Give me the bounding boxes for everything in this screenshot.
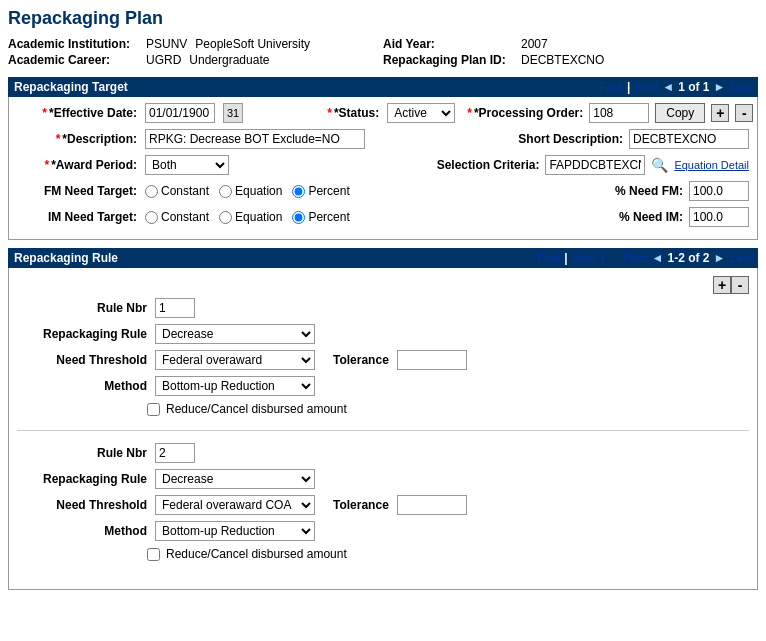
academic-career-name: Undergraduate xyxy=(189,53,269,67)
fm-percent-label: Percent xyxy=(308,184,349,198)
rule-first-link[interactable]: First xyxy=(624,252,648,264)
repackaging-target-header: Repackaging Target Find | First ◄ 1 of 1… xyxy=(8,77,758,97)
im-constant-radio[interactable] xyxy=(145,211,158,224)
target-nav-next-icon[interactable]: ► xyxy=(713,80,725,94)
rule1-nbr-input[interactable] xyxy=(155,298,195,318)
repackaging-target-body: *Effective Date: 31 *Status: Active Inac… xyxy=(8,97,758,240)
copy-button[interactable]: Copy xyxy=(655,103,705,123)
fm-equation-item: Equation xyxy=(219,184,282,198)
status-label: *Status: xyxy=(259,106,379,120)
rule2-nbr-label: Rule Nbr xyxy=(17,446,147,460)
fm-constant-item: Constant xyxy=(145,184,209,198)
rule1-checkbox-row: Reduce/Cancel disbursed amount xyxy=(147,402,749,416)
rule1-threshold-label: Need Threshold xyxy=(17,353,147,367)
rule-nav-next-icon[interactable]: ► xyxy=(713,251,725,265)
pipe2: | xyxy=(564,251,567,265)
fm-constant-radio[interactable] xyxy=(145,185,158,198)
page-container: Repackaging Plan Academic Institution: P… xyxy=(0,0,766,641)
effective-date-label: *Effective Date: xyxy=(17,106,137,120)
target-last-link[interactable]: Last xyxy=(729,81,752,93)
rule-last-link[interactable]: Last xyxy=(729,252,752,264)
target-find-link[interactable]: Find xyxy=(600,81,623,93)
repackaging-rule-title: Repackaging Rule xyxy=(14,251,118,265)
fm-constant-label: Constant xyxy=(161,184,209,198)
target-remove-button[interactable]: - xyxy=(735,104,753,122)
rule1-rule-select[interactable]: Decrease Increase Replace xyxy=(155,324,315,344)
academic-institution-code: PSUNV xyxy=(146,37,187,51)
institution-left: Academic Institution: PSUNV PeopleSoft U… xyxy=(8,37,383,69)
status-select[interactable]: Active Inactive xyxy=(387,103,455,123)
description-row: *Description: Short Description: xyxy=(17,129,749,149)
fm-radio-group: Constant Equation Percent xyxy=(145,184,350,198)
selection-criteria-group: Selection Criteria: 🔍 Equation Detail xyxy=(419,155,749,175)
description-label: *Description: xyxy=(17,132,137,146)
calendar-button[interactable]: 31 xyxy=(223,103,243,123)
page-title: Repackaging Plan xyxy=(8,8,758,29)
academic-career-label: Academic Career: xyxy=(8,53,138,67)
institution-right: Aid Year: 2007 Repackaging Plan ID: DECB… xyxy=(383,37,758,69)
search-icon[interactable]: 🔍 xyxy=(651,157,668,173)
percent-need-fm-input[interactable] xyxy=(689,181,749,201)
short-desc-group: Short Description: xyxy=(503,129,749,149)
im-radio-group: Constant Equation Percent xyxy=(145,210,350,224)
description-input[interactable] xyxy=(145,129,365,149)
rule1-tolerance-input[interactable] xyxy=(397,350,467,370)
rule1-threshold-select[interactable]: Federal overaward Federal overaward COA … xyxy=(155,350,315,370)
selection-criteria-label: Selection Criteria: xyxy=(419,158,539,172)
short-description-label: Short Description: xyxy=(503,132,623,146)
target-first-link[interactable]: First xyxy=(634,81,658,93)
institution-info: Academic Institution: PSUNV PeopleSoft U… xyxy=(8,37,758,69)
rule-view1-link[interactable]: View 1 xyxy=(572,252,606,264)
rule2-threshold-select[interactable]: Federal overaward Federal overaward COA … xyxy=(155,495,315,515)
rule2-rule-label: Repackaging Rule xyxy=(17,472,147,486)
repackaging-rule-header: Repackaging Rule Find | View 1 First ◄ 1… xyxy=(8,248,758,268)
target-nav-text: 1 of 1 xyxy=(678,80,709,94)
rule2-tolerance-input[interactable] xyxy=(397,495,467,515)
award-period-select[interactable]: Both Fall/Spring Summer xyxy=(145,155,229,175)
rule-find-link[interactable]: Find xyxy=(537,252,560,264)
rule2-rule-select[interactable]: Decrease Increase Replace xyxy=(155,469,315,489)
equation-detail-link[interactable]: Equation Detail xyxy=(674,159,749,171)
target-header-controls: Find | First ◄ 1 of 1 ► Last xyxy=(600,80,752,94)
rule1-reduce-cancel-label: Reduce/Cancel disbursed amount xyxy=(166,402,347,416)
rule2-threshold-label: Need Threshold xyxy=(17,498,147,512)
short-description-input[interactable] xyxy=(629,129,749,149)
fm-equation-radio[interactable] xyxy=(219,185,232,198)
effective-date-input[interactable] xyxy=(145,103,215,123)
rule2-method-label: Method xyxy=(17,524,147,538)
rule2-nbr-row: Rule Nbr xyxy=(17,443,749,463)
rule1-reduce-cancel-checkbox[interactable] xyxy=(147,403,160,416)
repackaging-target-section: Repackaging Target Find | First ◄ 1 of 1… xyxy=(8,77,758,240)
rule1-method-select[interactable]: Bottom-up Reduction Top-down Reduction P… xyxy=(155,376,315,396)
percent-need-fm-label: % Need FM: xyxy=(563,184,683,198)
rule2-method-select[interactable]: Bottom-up Reduction Top-down Reduction P… xyxy=(155,521,315,541)
award-period-label: *Award Period: xyxy=(17,158,137,172)
fm-percent-radio[interactable] xyxy=(292,185,305,198)
rule1-remove-button[interactable]: - xyxy=(731,276,749,294)
academic-career-row: Academic Career: UGRD Undergraduate xyxy=(8,53,383,67)
rule1-nbr-row: Rule Nbr xyxy=(17,298,749,318)
rule-nav-prev-icon[interactable]: ◄ xyxy=(652,251,664,265)
academic-institution-label: Academic Institution: xyxy=(8,37,138,51)
rule2-reduce-cancel-checkbox[interactable] xyxy=(147,548,160,561)
award-period-row: *Award Period: Both Fall/Spring Summer S… xyxy=(17,155,749,175)
rule1-add-button[interactable]: + xyxy=(713,276,731,294)
fm-equation-label: Equation xyxy=(235,184,282,198)
percent-need-im-input[interactable] xyxy=(689,207,749,227)
im-need-target-row: IM Need Target: Constant Equation Percen… xyxy=(17,207,749,227)
target-add-button[interactable]: + xyxy=(711,104,729,122)
processing-order-label: *Processing Order: xyxy=(463,106,583,120)
percent-need-im-label: % Need IM: xyxy=(563,210,683,224)
rule1-threshold-row: Need Threshold Federal overaward Federal… xyxy=(17,350,749,370)
im-percent-radio[interactable] xyxy=(292,211,305,224)
rule-block-2: Rule Nbr Repackaging Rule Decrease Incre… xyxy=(17,437,749,575)
im-need-target-label: IM Need Target: xyxy=(17,210,137,224)
im-equation-radio[interactable] xyxy=(219,211,232,224)
rule1-method-row: Method Bottom-up Reduction Top-down Redu… xyxy=(17,376,749,396)
rule-nav-text: 1-2 of 2 xyxy=(667,251,709,265)
selection-criteria-input[interactable] xyxy=(545,155,645,175)
processing-order-input[interactable] xyxy=(589,103,649,123)
target-nav-prev-icon[interactable]: ◄ xyxy=(662,80,674,94)
rule2-nbr-input[interactable] xyxy=(155,443,195,463)
im-equation-label: Equation xyxy=(235,210,282,224)
